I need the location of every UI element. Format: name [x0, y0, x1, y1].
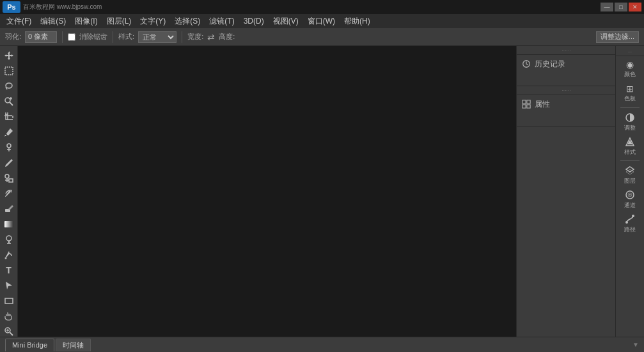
svg-rect-0 [5, 67, 13, 75]
marquee-tool[interactable] [2, 64, 16, 78]
svg-point-12 [5, 174, 9, 178]
swatches-icon: ⊞ [626, 84, 634, 93]
maximize-button[interactable]: □ [615, 3, 627, 11]
shape-tool[interactable] [2, 294, 16, 308]
menu-item-H[interactable]: 帮助(H) [340, 15, 374, 28]
title-bar: Ps 百米教程网 www.bjpsw.com — □ ✕ [0, 0, 644, 14]
history-panel-header[interactable]: 历史记录 [517, 55, 615, 73]
paths-icon [625, 214, 635, 224]
watermark-text: 百米教程网 www.bjpsw.com [23, 3, 601, 11]
side-panel-color[interactable]: ◉ 颜色 [618, 57, 641, 80]
side-panel-layers[interactable]: 图层 [618, 164, 641, 187]
styles-label: 样式 [624, 148, 636, 157]
eyedropper-tool[interactable] [2, 125, 16, 139]
dodge-tool[interactable] [2, 233, 16, 247]
svg-line-24 [10, 333, 13, 336]
minimize-button[interactable]: — [601, 3, 613, 11]
bottom-dropdown[interactable]: ▼ [632, 341, 639, 348]
svg-point-40 [625, 221, 628, 224]
brush-tool[interactable] [2, 156, 16, 170]
hand-tool[interactable] [2, 309, 16, 323]
side-panel-channels[interactable]: 通道 [618, 188, 641, 211]
properties-panel-label: 属性 [535, 99, 550, 110]
menu-item-S[interactable]: 选择(S) [171, 15, 204, 28]
menu-item-T[interactable]: 滤镜(T) [205, 15, 238, 28]
styles-icon [625, 137, 635, 147]
menu-item-W[interactable]: 窗口(W) [304, 15, 339, 28]
clone-tool[interactable] [2, 171, 16, 185]
history-panel-body [517, 73, 615, 86]
bottom-panel: Mini Bridge 时间轴 ▼ [0, 337, 644, 352]
svg-rect-16 [4, 221, 13, 227]
menu-item-I[interactable]: 图像(I) [71, 15, 101, 28]
channels-icon [625, 190, 635, 200]
menu-item-Y[interactable]: 文字(Y) [136, 15, 169, 28]
crop-tool[interactable] [2, 110, 16, 124]
healing-tool[interactable] [2, 141, 16, 155]
gradient-tool[interactable] [2, 217, 16, 231]
properties-panel-body [517, 113, 615, 126]
antialiasing-checkbox[interactable] [68, 33, 75, 41]
height-label: 高度: [219, 32, 235, 42]
side-panel-adjustments[interactable]: 调整 [618, 111, 641, 134]
lasso-tool[interactable] [2, 79, 16, 93]
type-tool[interactable]: T [2, 263, 16, 277]
properties-icon [522, 100, 531, 109]
panel-resize-top: · · · · · · [517, 46, 615, 55]
resize-dots-2: · · · · · · [562, 88, 570, 93]
color-icon: ◉ [626, 60, 634, 69]
mini-bridge-tab[interactable]: Mini Bridge [5, 339, 54, 351]
style-label: 样式: [118, 32, 134, 42]
svg-point-39 [629, 194, 631, 195]
side-panel-paths[interactable]: 路径 [618, 212, 641, 235]
side-resize-top: ··· [616, 49, 644, 56]
toolbar: 羽化: 消除锯齿 样式: 正常 固定比例 固定大小 宽度: ⇄ 高度: 调整边缘… [0, 28, 644, 46]
resize-dots: · · · · · · [562, 47, 570, 53]
properties-panel-header[interactable]: 属性 [517, 95, 615, 113]
pen-tool[interactable] [2, 248, 16, 262]
history-panel-section: 历史记录 [517, 55, 615, 86]
right-panels: · · · · · · 历史记录 · · · · · · [516, 46, 644, 337]
menu-bar: 文件(F)编辑(S)图像(I)图层(L)文字(Y)选择(S)滤镜(T)3D(D)… [0, 14, 644, 28]
menu-item-DD[interactable]: 3D(D) [240, 15, 268, 27]
quick-selection-tool[interactable] [2, 95, 16, 109]
move-tool[interactable] [2, 49, 16, 63]
channels-label: 通道 [624, 201, 636, 210]
zoom-tool[interactable] [2, 325, 16, 337]
eraser-tool[interactable] [2, 202, 16, 216]
close-button[interactable]: ✕ [629, 3, 641, 11]
menu-item-L[interactable]: 图层(L) [103, 15, 136, 28]
svg-point-41 [632, 215, 634, 217]
adjust-edge-button[interactable]: 调整边缘... [596, 31, 639, 43]
width-label: 宽度: [187, 32, 203, 42]
menu-item-V[interactable]: 视图(V) [269, 15, 302, 28]
svg-point-3 [5, 98, 10, 103]
side-separator-2 [620, 160, 640, 161]
paths-label: 路径 [624, 226, 636, 234]
left-tools-panel: T [0, 46, 18, 337]
svg-point-17 [6, 236, 12, 241]
menu-item-S[interactable]: 编辑(S) [36, 15, 70, 28]
adjustments-label: 调整 [624, 124, 636, 132]
style-select[interactable]: 正常 固定比例 固定大小 [138, 31, 177, 43]
side-resize-dots: ··· [628, 50, 632, 54]
svg-line-4 [10, 102, 13, 105]
timeline-tab[interactable]: 时间轴 [56, 339, 91, 351]
history-brush-tool[interactable] [2, 187, 16, 201]
side-panel-swatches[interactable]: ⊞ 色板 [618, 82, 641, 105]
panel-main: · · · · · · 历史记录 · · · · · · [516, 46, 615, 337]
swap-icon: ⇄ [207, 32, 215, 42]
feather-input[interactable] [25, 31, 57, 43]
svg-rect-31 [527, 105, 530, 108]
history-icon [522, 59, 531, 68]
menu-item-F[interactable]: 文件(F) [3, 15, 35, 28]
svg-rect-22 [5, 298, 13, 303]
path-selection-tool[interactable] [2, 279, 16, 293]
canvas-area [18, 46, 516, 337]
side-panel-styles[interactable]: 样式 [618, 135, 641, 158]
svg-point-1 [6, 83, 12, 88]
svg-point-9 [7, 144, 11, 148]
svg-point-20 [4, 257, 6, 259]
layers-icon [625, 165, 635, 176]
antialiasing-label: 消除锯齿 [79, 32, 107, 42]
